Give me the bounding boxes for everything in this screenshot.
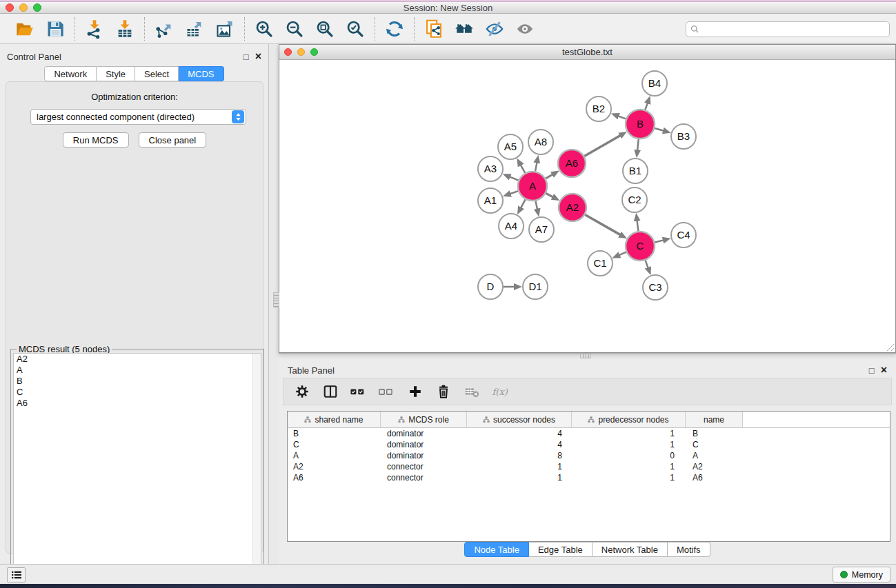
column-header-predecessor-nodes[interactable]: predecessor nodes	[572, 412, 686, 428]
result-item[interactable]: B	[14, 376, 261, 387]
network-canvas[interactable]: ABCA2A6A1A3A4A5A7A8B1B2B3B4C1C2C3C4DD1	[279, 60, 895, 352]
column-header-successor-nodes[interactable]: successor nodes	[467, 412, 572, 428]
mcds-result-list[interactable]: A2ABCA6	[13, 353, 261, 584]
tab-mcds[interactable]: MCDS	[179, 66, 223, 81]
tab-motifs[interactable]: Motifs	[668, 542, 710, 557]
open-session-button[interactable]	[12, 17, 37, 41]
graph-node-C2[interactable]: C2	[622, 187, 647, 212]
graph-node-A1[interactable]: A1	[478, 188, 503, 213]
tab-network[interactable]: Network	[44, 66, 97, 81]
zoom-out-button[interactable]	[282, 17, 307, 41]
save-session-button[interactable]	[43, 17, 68, 41]
table-options-button[interactable]	[293, 382, 311, 401]
graph-node-B3[interactable]: B3	[671, 124, 696, 149]
panel-stack-button[interactable]	[7, 567, 26, 582]
close-panel-button[interactable]: Close panel	[139, 132, 207, 148]
hide-selected-button[interactable]	[482, 17, 507, 41]
graph-node-C3[interactable]: C3	[643, 275, 668, 300]
graph-node-C[interactable]: C	[626, 232, 655, 261]
graph-node-B1[interactable]: B1	[623, 159, 648, 183]
float-panel-icon[interactable]: □	[243, 52, 249, 61]
export-image-button[interactable]	[212, 17, 237, 41]
graph-node-A5[interactable]: A5	[498, 134, 523, 159]
show-all-button[interactable]	[512, 17, 537, 41]
select-all-rows-button[interactable]	[350, 382, 368, 401]
graph-node-A7[interactable]: A7	[529, 217, 554, 242]
table-row[interactable]: A2connector11A2	[288, 461, 890, 472]
cell: connector	[381, 472, 467, 483]
svg-text:A2: A2	[566, 201, 579, 213]
run-mcds-button[interactable]: Run MCDS	[63, 132, 129, 148]
network-window-titlebar[interactable]: testGlobe.txt	[279, 45, 895, 60]
toolbar-separator	[414, 17, 415, 41]
result-item[interactable]: A	[14, 365, 261, 376]
cell: 1	[572, 472, 686, 483]
search-box[interactable]	[686, 21, 890, 37]
import-table-icon	[115, 19, 135, 39]
svg-text:B4: B4	[648, 77, 661, 89]
graph-node-A8[interactable]: A8	[528, 130, 553, 154]
table-row[interactable]: Bdominator41B	[288, 428, 890, 439]
export-table-button[interactable]	[182, 17, 207, 41]
refresh-view-button[interactable]	[382, 17, 407, 41]
result-item[interactable]: A2	[14, 354, 261, 365]
table-row[interactable]: A6connector11A6	[288, 472, 890, 483]
column-header-mcds-role[interactable]: MCDS role	[381, 412, 467, 428]
result-item[interactable]: C	[14, 387, 261, 398]
close-panel-icon[interactable]: ×	[255, 51, 261, 62]
status-bar: Memory	[0, 564, 896, 584]
graph-node-D1[interactable]: D1	[523, 274, 548, 299]
graph-node-B[interactable]: B	[626, 110, 655, 139]
graph-node-B4[interactable]: B4	[642, 71, 667, 96]
zoom-selected-button[interactable]	[343, 17, 368, 41]
edge-C-C2	[637, 221, 639, 231]
result-scrollbar-track[interactable]	[252, 354, 261, 583]
column-visibility-button[interactable]	[321, 382, 339, 401]
graph-node-B2[interactable]: B2	[586, 97, 611, 121]
tab-select[interactable]: Select	[135, 66, 179, 81]
cell: 4	[467, 439, 572, 450]
zoom-fit-button[interactable]	[312, 17, 337, 41]
network-from-selection-button[interactable]	[421, 17, 446, 41]
graph-node-A6[interactable]: A6	[558, 150, 586, 177]
graph-node-A3[interactable]: A3	[478, 156, 503, 181]
float-table-panel-icon[interactable]: □	[869, 366, 875, 375]
graph-node-A2[interactable]: A2	[559, 194, 586, 221]
graph-node-C4[interactable]: C4	[671, 223, 696, 247]
svg-text:B2: B2	[593, 103, 605, 114]
cell-blank	[743, 450, 890, 461]
close-table-panel-icon[interactable]: ×	[881, 365, 887, 376]
zoom-in-button[interactable]	[252, 17, 277, 41]
table-row[interactable]: Cdominator41C	[288, 439, 890, 450]
graph-node-C1[interactable]: C1	[588, 251, 613, 276]
tab-node-table[interactable]: Node Table	[464, 542, 529, 557]
memory-button[interactable]: Memory	[833, 567, 890, 582]
svg-text:B1: B1	[629, 165, 641, 176]
toolbar-separator	[144, 17, 145, 41]
function-builder-icon	[491, 384, 509, 399]
cell: 1	[467, 461, 572, 472]
vertical-split-gripper[interactable]	[273, 292, 279, 307]
optimization-criterion-select[interactable]: largest connected component (directed)	[30, 109, 246, 125]
table-row[interactable]: Adominator80A	[288, 450, 890, 461]
search-input[interactable]	[702, 25, 885, 34]
graph-node-D[interactable]: D	[478, 274, 503, 299]
edge-A-A7	[535, 201, 537, 210]
graph-node-A[interactable]: A	[518, 172, 547, 201]
create-column-button[interactable]	[406, 382, 424, 401]
import-table-button[interactable]	[112, 17, 137, 41]
column-header-name[interactable]: name	[686, 412, 743, 428]
tab-network-table[interactable]: Network Table	[593, 542, 668, 557]
svg-text:A6: A6	[566, 157, 578, 169]
horizontal-split-gripper[interactable]	[580, 354, 591, 358]
import-network-button[interactable]	[82, 17, 107, 41]
tab-edge-table[interactable]: Edge Table	[529, 542, 593, 557]
column-header-shared-name[interactable]: shared name	[288, 412, 381, 428]
tab-style[interactable]: Style	[97, 66, 135, 81]
deselect-all-rows-button[interactable]	[378, 382, 396, 401]
graph-node-A4[interactable]: A4	[499, 214, 524, 239]
export-network-button[interactable]	[152, 17, 177, 41]
delete-column-button[interactable]	[435, 382, 452, 401]
result-item[interactable]: A6	[14, 398, 261, 409]
apply-layout-button[interactable]	[452, 17, 477, 41]
